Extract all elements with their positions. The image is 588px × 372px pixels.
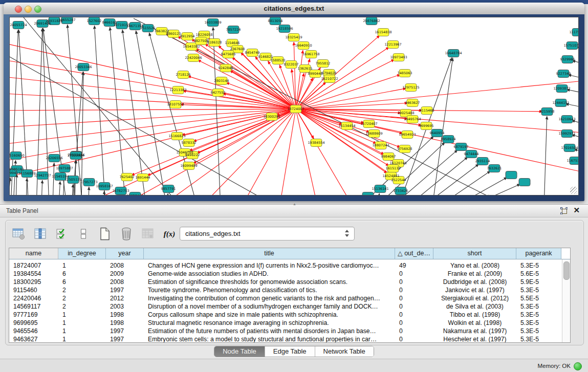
table-cell[interactable]: 9115460 [9,286,58,294]
table-row[interactable]: 1872400712008Changes of HCN gene express… [9,261,562,270]
table-row[interactable]: 977716911998Corpus callosum shape and si… [9,311,562,319]
graph-edge[interactable] [453,177,507,195]
graph-edge[interactable] [297,113,318,195]
graph-edge[interactable] [10,57,292,108]
table-cell[interactable]: 5.3E-5 [516,319,561,327]
table-row[interactable]: 946554611997Estimation of the future num… [9,327,562,335]
table-cell[interactable]: 1 [58,327,106,335]
table-cell[interactable]: 5.5E-5 [516,294,561,302]
table-cell[interactable]: 1 [58,261,106,270]
table-cell[interactable]: 1 [58,311,106,319]
table-cell[interactable]: 0 [395,278,433,286]
graph-edge[interactable] [406,157,468,195]
graph-node[interactable] [362,192,374,196]
graph-node[interactable] [519,179,530,186]
table-cell[interactable]: Yano et al. (2008) [433,261,516,270]
table-cell[interactable]: Estimation of significance thresholds fo… [144,278,395,286]
graph-edge[interactable] [24,17,180,195]
column-header-out_de[interactable]: △ out_de… [395,248,433,259]
table-cell[interactable]: 9463627 [9,335,58,343]
table-cell[interactable]: 2 [58,302,106,311]
graph-edge[interactable] [95,26,105,195]
graph-node[interactable] [506,171,517,179]
table-cell[interactable]: Franke et al. (2009) [433,270,516,278]
column-header-title[interactable]: title [144,248,395,259]
table-cell[interactable]: 6 [58,278,106,286]
table-cell[interactable]: 5.3E-5 [516,261,561,270]
select-all-button[interactable] [55,227,69,241]
graph-edge[interactable] [167,193,168,195]
graph-edge[interactable] [118,111,292,195]
tab-network-table[interactable]: Network Table [315,346,374,357]
table-cell[interactable]: Structural magnetic resonance image aver… [144,319,395,327]
table-cell[interactable]: 1997 [106,286,144,294]
table-cell[interactable]: 0 [395,294,433,302]
new-table-button[interactable] [98,227,112,241]
table-cell[interactable]: 5.3E-5 [516,302,561,311]
graph-edge[interactable] [296,50,303,105]
graph-edge[interactable] [10,109,292,111]
import-table-button[interactable] [141,227,155,241]
graph-edge[interactable] [544,116,547,195]
table-cell[interactable]: 1 [58,335,106,343]
table-cell[interactable]: Stergiakouli et al. (2012) [433,294,516,302]
column-header-year[interactable]: year [106,248,144,259]
vertical-scrollbar[interactable] [562,259,570,342]
column-header-short[interactable]: short [433,248,516,259]
table-cell[interactable]: Tourette syndrome. Phenomenology and cla… [144,286,395,294]
table-cell[interactable]: 1998 [106,311,144,319]
graph-edge[interactable] [89,187,89,195]
graph-edge[interactable] [59,181,60,195]
graph-edge[interactable] [300,80,579,108]
graph-svg[interactable]: 1872400718300295766382288601238912954165… [10,17,579,195]
table-cell[interactable]: 5.3E-5 [516,311,561,319]
graph-edge[interactable] [104,191,104,195]
table-cell[interactable]: Investigating the contribution of common… [144,294,395,302]
table-cell[interactable]: 9777169 [9,311,58,319]
table-cell[interactable]: 9699695 [9,319,58,327]
table-cell[interactable]: 49 [395,261,433,270]
table-cell[interactable]: 0 [395,311,433,319]
table-cell[interactable]: 0 [395,286,433,294]
table-cell[interactable]: 18724007 [9,261,58,270]
table-cell[interactable]: Genome-wide association studies in ADHD. [144,270,395,278]
tab-edge-table[interactable]: Edge Table [265,346,315,357]
table-cell[interactable]: Embryonic stem cells: a model to study s… [144,335,395,343]
table-cell[interactable]: Changes of HCN gene expression and I(f) … [144,261,395,270]
panel-splitter-handle[interactable]: ▲ [292,203,297,206]
table-cell[interactable]: 5.3E-5 [516,286,561,294]
graph-edge[interactable] [299,59,395,107]
table-cell[interactable]: Hescheler et al. (1997) [433,335,516,343]
graph-edge[interactable] [72,184,73,195]
table-cell[interactable]: 1997 [106,327,144,335]
graph-edge[interactable] [10,110,292,182]
resize-grip[interactable] [570,187,577,194]
table-cell[interactable]: 18300295 [9,278,58,286]
table-cell[interactable]: 5.3E-5 [516,335,561,343]
graph-edge[interactable] [10,178,10,195]
graph-edge[interactable] [53,163,54,195]
table-cell[interactable]: 0 [395,270,433,278]
graph-edge[interactable] [10,109,292,128]
table-cell[interactable]: Nakamura et al. (1997) [433,327,516,335]
table-cell[interactable]: de Silva et al. (2003) [433,302,516,311]
table-cell[interactable]: 5.3E-5 [516,327,561,335]
graph-edge[interactable] [36,28,42,195]
table-cell[interactable]: Tibbo et al. (1998) [433,311,516,319]
graph-edge[interactable] [279,113,295,195]
table-settings-button[interactable] [12,227,26,241]
table-cell[interactable]: 0 [395,319,433,327]
function-builder-button[interactable]: f(x) [162,227,177,241]
table-cell[interactable]: Dudbridge et al. (2008) [433,278,516,286]
table-cell[interactable]: 1998 [106,319,144,327]
table-row[interactable]: 1830029562008Estimation of significance … [9,278,562,286]
column-header-pagerank[interactable]: pagerank [516,248,561,259]
graph-edge[interactable] [377,193,379,195]
graph-edge[interactable] [300,75,401,108]
table-cell[interactable]: 2009 [106,270,144,278]
table-cell[interactable]: 0 [395,335,433,343]
window-titlebar[interactable]: citations_edges.txt [4,3,584,15]
table-cell[interactable]: 2008 [106,278,144,286]
table-cell[interactable]: 22420046 [9,294,58,302]
table-cell[interactable]: Jankovic et al. (1997) [433,286,516,294]
